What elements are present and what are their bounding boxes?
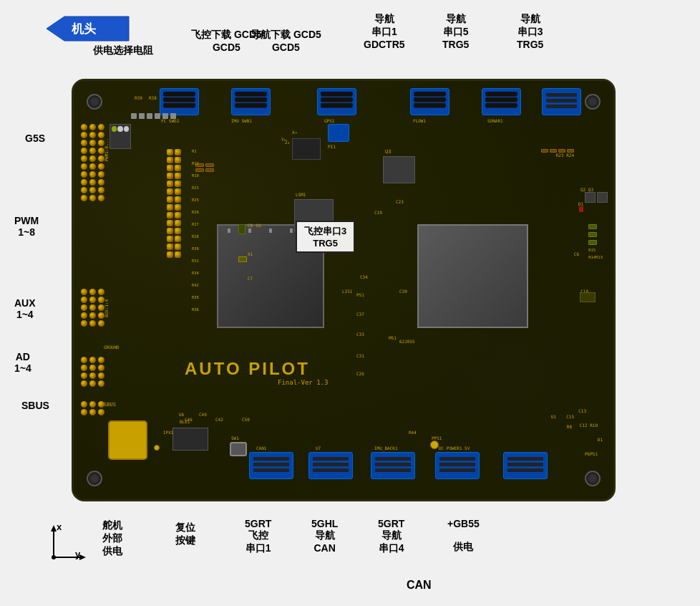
chip-u3 [383, 156, 415, 183]
svg-point-8 [52, 555, 56, 559]
cap-c10 [580, 292, 596, 302]
axes-container: x y [39, 521, 89, 574]
label-r38: R38 [149, 95, 157, 100]
label-c34: C34 [360, 274, 368, 279]
label-small-top: X→ [292, 130, 297, 135]
antenna-ipx1 [154, 445, 160, 451]
label-gps1: GPS1 [324, 118, 334, 123]
chip-ble1 [172, 428, 208, 451]
label-c23: C23 [396, 199, 404, 204]
arrow-container: 机头 [47, 13, 140, 45]
svg-marker-7 [79, 554, 86, 560]
label-c50: C50 [242, 417, 250, 422]
y-axis-label: y [75, 549, 80, 559]
pad-pp51 [430, 441, 439, 449]
connector-gb55-power [435, 452, 480, 479]
mount-hole-bl [87, 471, 102, 486]
pcb-label-ground: GROUND [104, 345, 120, 350]
label-pi1: PI1 [328, 144, 336, 149]
button-sw1 [230, 442, 247, 456]
label-r39: R39 [135, 95, 142, 100]
connector-5grt-fc1 [249, 452, 293, 479]
connector-5grt-nav4 [371, 452, 415, 479]
supply-resistor-pattern [131, 113, 176, 119]
label-u1: U1 [256, 223, 261, 228]
label-flow1: FLOW1 [413, 118, 426, 123]
label-u3: U3 [385, 149, 391, 155]
anno-5ghl-nav-can: 5GHL导航CAN [311, 518, 338, 554]
connector-gps1 [317, 88, 356, 115]
label-c13: C13 [578, 408, 586, 413]
label-c42: C42 [215, 417, 223, 422]
label-imu-swb1: IMU SWB1 [231, 118, 252, 123]
anno-reset-btn: 复位按键 [175, 521, 195, 547]
chip-q2 [585, 192, 596, 203]
label-c46: C46 [185, 417, 193, 422]
chip-q3 [597, 192, 608, 203]
label-pp51: PP51 [432, 436, 442, 441]
x-axis-label: x [57, 521, 62, 532]
label-r44: R44 [409, 430, 417, 435]
anno-ad: AD1~4 [14, 351, 31, 374]
cap-array-right: R15 R14R13 [588, 224, 603, 259]
label-c31: C31 [356, 353, 364, 358]
label-c39: C39 [399, 289, 407, 294]
anno-pwm: PWM1~8 [14, 215, 39, 238]
connector-fc-swd2 [160, 88, 199, 115]
pcb-label-pwm: PWM1:8... [104, 138, 109, 162]
label-c15: C15 [566, 414, 574, 419]
label-lis1: LIS1 [342, 289, 352, 294]
anno-servo-power: 舵机外部供电 [102, 519, 122, 558]
label-lsm1: LSM1 [296, 192, 306, 197]
anno-5grt-nav4: 5GRT导航串口4 [378, 518, 404, 555]
anno-gb55-power: +GB55供电 [447, 518, 480, 554]
can-label: CAN [407, 579, 432, 592]
label-c26: C26 [356, 371, 364, 376]
anno-g5s: G5S [25, 133, 45, 144]
label-c6: C6 [574, 251, 579, 256]
label-q2: Q2 Q3 [580, 187, 593, 192]
connector-sonar1 [482, 88, 521, 115]
pins-left-col [167, 149, 181, 258]
label-power1: DC POWER1 5V [439, 446, 470, 451]
anno-nav-serial1: 导航串口1GDCTR5 [364, 13, 405, 50]
mount-hole-tr [585, 94, 601, 110]
connector-flow1 [410, 88, 449, 115]
label-c7: C7 [248, 276, 253, 281]
anno-nav-serial5: 导航串口5TRG5 [442, 13, 469, 50]
mount-hole-br [585, 471, 601, 486]
highlight-fc-serial3: 飞控串口3 TRG5 [296, 221, 355, 253]
anno-5grt-fc1: 5GRT飞控串口1 [245, 518, 271, 555]
label-sonar1: SONAR1 [487, 118, 503, 123]
mount-hole-tl [87, 94, 102, 110]
label-imu-back1: IMU_BACK1 [374, 446, 398, 451]
label-d1-right: D1 [578, 201, 583, 206]
label-c19: C19 [374, 210, 382, 215]
svg-text:机头: 机头 [71, 22, 97, 36]
label-u1-bot: U1 [551, 414, 556, 419]
label-62j055: 62J055 [399, 339, 415, 344]
label-c37: C37 [356, 312, 364, 317]
label-ps1: PS1 [356, 292, 364, 297]
label-c33: C33 [356, 332, 364, 337]
label-d1-bot: D1 [598, 437, 603, 442]
g5s-strip [110, 124, 131, 149]
label-r23-r24: R23 R24 [556, 153, 574, 158]
label-c12: C12 R10 [580, 423, 598, 428]
sbus-pins [81, 401, 105, 415]
pcb-board: FC SWD2 IMU SWB1 GPS1 [72, 79, 616, 501]
label-ms1: MS1 [389, 335, 397, 340]
label-p6ps1: P6PS1 [585, 451, 598, 456]
connector-5ghl-nav-can [308, 452, 353, 479]
autopilot-brand: AUTO PILOT [185, 359, 310, 379]
led-d1 [579, 206, 583, 212]
gold-pad-servo [108, 420, 147, 460]
label-x1: X1 [248, 251, 253, 256]
label-ipx1: IPX1 [163, 430, 173, 435]
page-container: 机头 供电选择电阻 飞控下载 GCD5 GCD5 导航下载 GCD5 GCD5 … [0, 0, 700, 606]
connector-pi1 [328, 124, 349, 142]
label-c8: C8 [248, 223, 253, 228]
version-label: Final-Ver 1.3 [278, 379, 328, 386]
anno-sbus: SBUS [21, 400, 49, 411]
aux-pins [81, 289, 105, 327]
